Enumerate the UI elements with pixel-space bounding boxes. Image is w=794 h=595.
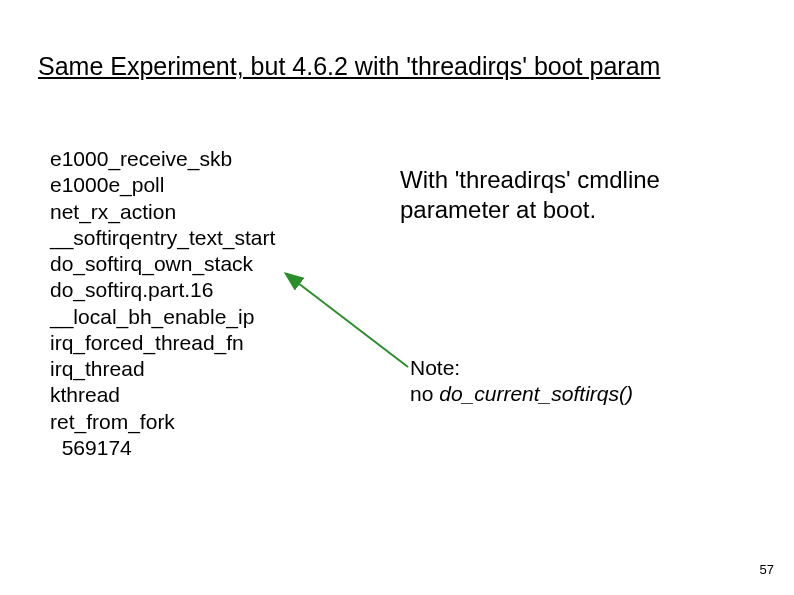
note-text: Note: no do_current_softirqs() bbox=[410, 355, 633, 408]
slide-title: Same Experiment, but 4.6.2 with 'threadi… bbox=[38, 52, 660, 81]
page-number: 57 bbox=[760, 562, 774, 577]
note-func: do_current_softirqs() bbox=[439, 382, 633, 405]
note-line-prefix: no bbox=[410, 382, 439, 405]
svg-line-1 bbox=[298, 283, 408, 367]
comment-line1: With 'threadirqs' cmdline bbox=[400, 166, 660, 193]
call-stack: e1000_receive_skb e1000e_poll net_rx_act… bbox=[50, 146, 275, 461]
comment-line2: parameter at boot. bbox=[400, 196, 596, 223]
comment-text: With 'threadirqs' cmdline parameter at b… bbox=[400, 165, 660, 225]
note-label: Note: bbox=[410, 356, 460, 379]
arrow-icon bbox=[290, 275, 420, 375]
